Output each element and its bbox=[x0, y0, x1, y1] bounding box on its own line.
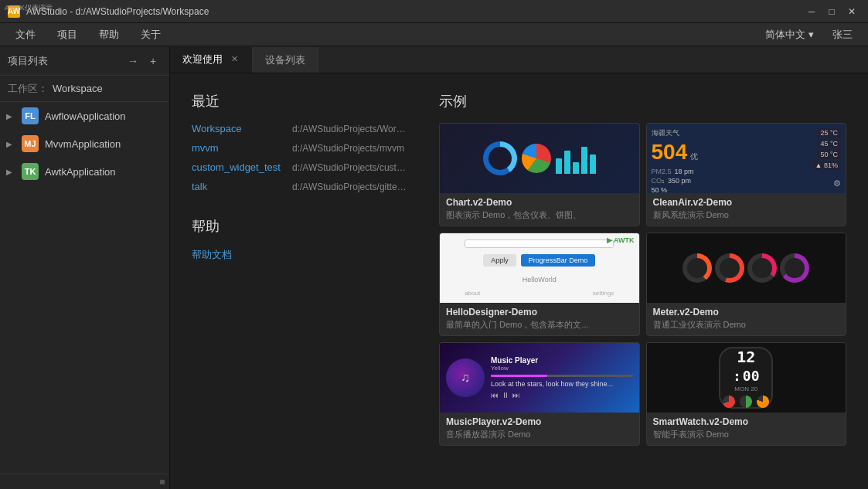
temp-column: 25 °C 45 °C 50 °C ▲ 81% bbox=[812, 128, 841, 170]
workspace-row: 工作区： Workspace bbox=[0, 76, 169, 102]
examples-title: 示例 bbox=[439, 92, 846, 110]
user-name: 张三 bbox=[823, 25, 862, 45]
minimize-button[interactable]: ─ bbox=[803, 3, 820, 20]
bar bbox=[564, 151, 570, 174]
project-badge: FL bbox=[22, 107, 39, 124]
help-doc-link[interactable]: 帮助文档 bbox=[192, 248, 408, 262]
sidebar-item-mvvm[interactable]: ▶ MJ MvvmApplication bbox=[0, 130, 169, 158]
project-expand-icon: ▶ bbox=[6, 112, 15, 121]
watch-thumbnail: 12 :00 MON 20 bbox=[647, 343, 846, 413]
prev-icon: ⏮ bbox=[491, 391, 499, 399]
sidebar-scroll-indicator bbox=[160, 480, 165, 484]
recent-path: d:/AWStudioProjects/custom_w... bbox=[292, 162, 408, 173]
content-area: 欢迎使用✕设备列表 最近 Workspace d:/AWStudioProjec… bbox=[170, 46, 868, 489]
workspace-name: Workspace bbox=[53, 83, 103, 94]
recent-item-talk[interactable]: talk d:/AWStudioProjects/gittest/talk bbox=[192, 181, 408, 192]
bar bbox=[590, 155, 596, 174]
hello-btn-2: ProgressBar Demo bbox=[521, 254, 596, 267]
tab-label: 欢迎使用 bbox=[182, 53, 223, 66]
menu-right: 简体中文 ▾ 张三 bbox=[759, 25, 862, 45]
recent-item-mvvm[interactable]: mvvm d:/AWStudioProjects/mvvm bbox=[192, 142, 408, 154]
example-info-hello: HelloDesigner-Demo 最简单的入门 Demo，包含基本的文... bbox=[440, 303, 639, 335]
meter-inner-3 bbox=[785, 258, 805, 278]
hello-btn-1: Apply bbox=[483, 254, 516, 267]
sidebar-bottom bbox=[0, 474, 169, 489]
hello-bottom: about settings bbox=[465, 290, 614, 297]
lang-label: 简体中文 bbox=[765, 28, 805, 42]
music-lyrics: Look at the stars, look how they shine..… bbox=[491, 380, 633, 388]
example-card-meter[interactable]: AWTK仪表演示 bbox=[646, 233, 847, 336]
air-row-humidity: 50 % bbox=[652, 186, 842, 193]
hello-thumbnail: ▶ AWTK Apply ProgressBar Demo HelloWorld… bbox=[440, 233, 639, 303]
example-name-meter: Meter.v2-Demo bbox=[653, 307, 840, 318]
play-icon: ⏸ bbox=[502, 391, 509, 399]
example-card-chart[interactable]: Chart.v2-Demo 图表演示 Demo，包含仪表、饼图、 bbox=[439, 123, 640, 226]
example-name-chart: Chart.v2-Demo bbox=[446, 197, 633, 208]
chart-thumbnail bbox=[440, 124, 639, 193]
meter-gauge-2 bbox=[747, 253, 777, 283]
meter-inner-1 bbox=[720, 258, 740, 278]
menu-about[interactable]: 关于 bbox=[131, 25, 170, 45]
menu-file[interactable]: 文件 bbox=[6, 25, 45, 45]
example-thumb-music: ♫ Music Player Yellow Look at the stars,… bbox=[440, 343, 639, 413]
bars-visual bbox=[556, 143, 596, 174]
sidebar-item-awflow[interactable]: ▶ FL AwflowApplication bbox=[0, 102, 169, 130]
example-card-cleanair[interactable]: 海疆天气 504 优 PM2.5 18 pm CO₂ 350 pm 50 % bbox=[646, 123, 847, 226]
project-name: MvvmApplication bbox=[45, 138, 121, 150]
air-data-rows: PM2.5 18 pm CO₂ 350 pm 50 % bbox=[652, 168, 842, 193]
tab-devices[interactable]: 设备列表 bbox=[253, 47, 318, 73]
project-name: AwflowApplication bbox=[45, 110, 126, 122]
tab-label: 设备列表 bbox=[265, 53, 305, 67]
gauge-visual bbox=[483, 141, 517, 175]
meter-gauge-0 bbox=[682, 253, 712, 283]
login-button[interactable]: → bbox=[124, 53, 141, 70]
album-art: ♫ bbox=[446, 358, 485, 397]
menu-help[interactable]: 帮助 bbox=[90, 25, 128, 45]
meter-gauge-1 bbox=[715, 253, 744, 283]
example-name-cleanair: CleanAir.v2-Demo bbox=[653, 197, 840, 208]
hello-input-visual bbox=[465, 239, 614, 248]
project-expand-icon: ▶ bbox=[6, 140, 15, 148]
add-project-button[interactable]: + bbox=[145, 53, 162, 70]
cleanair-icons: ⚙ bbox=[833, 177, 841, 188]
recent-list: Workspace d:/AWStudioProjects/Workspace … bbox=[192, 123, 408, 192]
recent-name: custom_widget_test bbox=[192, 161, 284, 173]
example-info-meter: Meter.v2-Demo 普通工业仪表演示 Demo bbox=[647, 303, 846, 335]
tab-welcome[interactable]: 欢迎使用✕ bbox=[170, 47, 253, 73]
music-info: Music Player Yellow Look at the stars, l… bbox=[491, 356, 633, 399]
tab-close-welcome[interactable]: ✕ bbox=[229, 54, 240, 65]
example-name-music: MusicPlayer.v2-Demo bbox=[446, 416, 633, 427]
close-button[interactable]: ✕ bbox=[843, 3, 860, 20]
example-desc-meter: 普通工业仪表演示 Demo bbox=[653, 319, 840, 331]
aqi-number: 504 bbox=[652, 140, 688, 165]
recent-section-title: 最近 bbox=[192, 92, 408, 110]
recent-item-workspace[interactable]: Workspace d:/AWStudioProjects/Workspace bbox=[192, 123, 408, 134]
watch-comp-3 bbox=[757, 396, 769, 408]
sidebar-scroll: ▶ FL AwflowApplication ▶ MJ MvvmApplicat… bbox=[0, 102, 169, 474]
example-thumb-cleanair: 海疆天气 504 优 PM2.5 18 pm CO₂ 350 pm 50 % bbox=[647, 124, 846, 193]
main-layout: 项目列表 → + 工作区： Workspace ▶ FL AwflowAppli… bbox=[0, 46, 868, 489]
meter-inner-2 bbox=[752, 258, 772, 278]
next-icon: ⏭ bbox=[512, 391, 520, 399]
cleanair-thumbnail: 海疆天气 504 优 PM2.5 18 pm CO₂ 350 pm 50 % bbox=[647, 124, 846, 193]
language-selector[interactable]: 简体中文 ▾ bbox=[759, 25, 820, 45]
example-info-watch: SmartWatch.v2-Demo 智能手表演示 Demo bbox=[647, 413, 846, 445]
recent-item-custom-widget-test[interactable]: custom_widget_test d:/AWStudioProjects/c… bbox=[192, 161, 408, 173]
meter-gauge-3 bbox=[780, 253, 809, 283]
meter-thumbnail: AWTK仪表演示 bbox=[647, 233, 846, 303]
welcome-content: 最近 Workspace d:/AWStudioProjects/Workspa… bbox=[170, 73, 868, 489]
example-card-watch[interactable]: 12 :00 MON 20 SmartWatch.v2-Demo 智能手表演示 … bbox=[646, 342, 847, 446]
watch-face: 12 :00 MON 20 bbox=[719, 347, 773, 409]
example-card-hello[interactable]: ▶ AWTK Apply ProgressBar Demo HelloWorld… bbox=[439, 233, 640, 336]
sidebar-item-awtk[interactable]: ▶ TK AwtkApplication bbox=[0, 158, 169, 185]
watch-comp-2 bbox=[740, 396, 752, 408]
example-card-music[interactable]: ♫ Music Player Yellow Look at the stars,… bbox=[439, 342, 640, 446]
music-song: Yellow bbox=[491, 365, 633, 372]
example-desc-hello: 最简单的入门 Demo，包含基本的文... bbox=[446, 319, 633, 331]
sidebar-header-actions: → + bbox=[124, 53, 162, 70]
workspace-label: 工作区： bbox=[8, 82, 48, 96]
menu-project[interactable]: 项目 bbox=[48, 25, 87, 45]
recent-name: mvvm bbox=[192, 142, 284, 154]
sidebar-header: 项目列表 → + bbox=[0, 46, 169, 76]
maximize-button[interactable]: □ bbox=[823, 3, 840, 20]
